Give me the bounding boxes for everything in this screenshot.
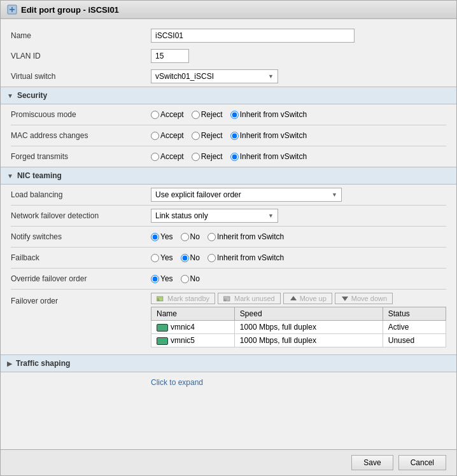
failback-no-radio[interactable] [181, 254, 189, 262]
mac-inherit-label[interactable]: Inherit from vSwitch [230, 131, 307, 140]
forged-reject-label[interactable]: Reject [192, 152, 223, 161]
name-label: Name [11, 31, 151, 40]
vswitch-row: Virtual switch vSwitch01_iSCSI [1, 66, 456, 87]
click-to-expand-link[interactable]: Click to expand [151, 378, 203, 387]
table-row[interactable]: vmnic5 1000 Mbps, full duplex Unused [151, 334, 446, 347]
security-section-header[interactable]: ▼ Security [1, 87, 456, 104]
failover-order-row: Failover order S Mark standby U [1, 290, 456, 351]
notify-no-label[interactable]: No [181, 232, 200, 241]
vswitch-label: Virtual switch [11, 72, 151, 81]
move-up-icon [289, 295, 298, 302]
override-failover-label: Override failover order [11, 274, 151, 283]
mac-inherit-radio[interactable] [230, 132, 239, 140]
vmnic5-name-cell: vmnic5 [151, 334, 235, 347]
name-input[interactable] [151, 29, 355, 43]
forged-reject-radio[interactable] [192, 153, 200, 161]
notify-switches-label: Notify switches [11, 232, 151, 241]
forged-controls: Accept Reject Inherit from vSwitch [151, 152, 446, 161]
nic-teaming-section-header[interactable]: ▼ NIC teaming [1, 167, 456, 185]
notify-yes-label[interactable]: Yes [151, 232, 173, 241]
override-yes-radio[interactable] [151, 275, 159, 283]
forged-accept-radio[interactable] [151, 153, 159, 161]
vmnic5-status-cell: Unused [383, 334, 446, 347]
override-failover-row: Override failover order Yes No [1, 269, 456, 289]
vmnic5-speed-cell: 1000 Mbps, full duplex [234, 334, 383, 347]
mac-reject-label[interactable]: Reject [192, 131, 223, 140]
vlan-input[interactable] [151, 49, 189, 63]
traffic-shaping-control: Click to expand [151, 378, 446, 387]
vmnic4-status-cell: Active [383, 321, 446, 334]
override-failover-controls: Yes No [151, 274, 446, 283]
save-button[interactable]: Save [351, 455, 393, 470]
vmnic4-name-cell: vmnic4 [151, 321, 235, 334]
failback-inherit-radio[interactable] [207, 254, 216, 262]
move-down-button[interactable]: Move down [335, 293, 393, 304]
mac-reject-radio[interactable] [192, 132, 200, 140]
forged-inherit-label[interactable]: Inherit from vSwitch [230, 152, 307, 161]
promiscuous-inherit-radio[interactable] [230, 111, 239, 119]
network-failover-select-wrapper: Link status only [151, 209, 278, 223]
mac-row: MAC address changes Accept Reject Inheri… [1, 125, 456, 146]
vlan-row: VLAN ID [1, 46, 456, 66]
mark-unused-icon: U [223, 295, 232, 302]
promiscuous-label: Promiscuous mode [11, 110, 151, 119]
failover-table: Name Speed Status vmnic4 1000 Mbps, full… [151, 307, 446, 347]
vswitch-select-wrapper: vSwitch01_iSCSI [151, 69, 278, 83]
promiscuous-accept-label[interactable]: Accept [151, 110, 184, 119]
vmnic4-speed-cell: 1000 Mbps, full duplex [234, 321, 383, 334]
mark-standby-button[interactable]: S Mark standby [151, 293, 215, 304]
nic-teaming-header-label: NIC teaming [17, 171, 62, 180]
dialog-footer: Save Cancel [1, 449, 456, 475]
promiscuous-inherit-label[interactable]: Inherit from vSwitch [230, 110, 307, 119]
forged-row: Forged transmits Accept Reject Inherit f… [1, 146, 456, 167]
col-speed: Speed [234, 307, 383, 321]
forged-label: Forged transmits [11, 152, 151, 161]
mac-label: MAC address changes [11, 131, 151, 140]
promiscuous-reject-label[interactable]: Reject [192, 110, 223, 119]
traffic-shaping-arrow-icon: ▶ [7, 360, 12, 367]
failback-label: Failback [11, 253, 151, 262]
vswitch-control: vSwitch01_iSCSI [151, 69, 446, 83]
failback-yes-label[interactable]: Yes [151, 253, 173, 262]
svg-marker-8 [342, 297, 348, 301]
notify-inherit-label[interactable]: Inherit from vSwitch [207, 232, 284, 241]
promiscuous-accept-radio[interactable] [151, 111, 159, 119]
override-yes-label[interactable]: Yes [151, 274, 173, 283]
form-content: Name VLAN ID Virtual switch vSwitch01_iS… [1, 19, 456, 449]
failback-yes-radio[interactable] [151, 254, 159, 262]
edit-icon [7, 4, 17, 15]
move-down-icon [341, 295, 349, 302]
failback-inherit-label[interactable]: Inherit from vSwitch [207, 253, 284, 262]
override-no-label[interactable]: No [181, 274, 200, 283]
security-header-label: Security [17, 91, 47, 100]
promiscuous-reject-radio[interactable] [192, 111, 200, 119]
notify-yes-radio[interactable] [151, 233, 159, 241]
move-up-button[interactable]: Move up [283, 293, 332, 304]
vlan-control [151, 49, 446, 63]
load-balancing-select[interactable]: Use explicit failover order [151, 188, 342, 202]
mac-accept-radio[interactable] [151, 132, 159, 140]
notify-inherit-radio[interactable] [207, 233, 216, 241]
network-failover-row: Network failover detection Link status o… [1, 206, 456, 226]
network-failover-select[interactable]: Link status only [151, 209, 278, 223]
edit-port-group-dialog: Edit port group - iSCSI01 Name VLAN ID V… [0, 0, 457, 476]
table-row[interactable]: vmnic4 1000 Mbps, full duplex Active [151, 321, 446, 334]
cancel-button[interactable]: Cancel [398, 455, 446, 470]
forged-accept-label[interactable]: Accept [151, 152, 184, 161]
promiscuous-controls: Accept Reject Inherit from vSwitch [151, 110, 446, 119]
override-no-radio[interactable] [181, 275, 189, 283]
failback-no-label[interactable]: No [181, 253, 200, 262]
mac-accept-label[interactable]: Accept [151, 131, 184, 140]
vmnic5-icon [157, 337, 168, 345]
mark-unused-button[interactable]: U Mark unused [218, 293, 281, 304]
failback-row: Failback Yes No Inherit from vSwitch [1, 248, 456, 268]
traffic-shaping-section-header[interactable]: ▶ Traffic shaping [1, 354, 456, 372]
name-row: Name [1, 25, 456, 46]
col-status: Status [383, 307, 446, 321]
notify-no-radio[interactable] [181, 233, 189, 241]
title-bar: Edit port group - iSCSI01 [1, 1, 456, 19]
forged-inherit-radio[interactable] [230, 153, 239, 161]
vswitch-select[interactable]: vSwitch01_iSCSI [151, 69, 278, 83]
mark-standby-icon: S [157, 295, 165, 302]
notify-switches-controls: Yes No Inherit from vSwitch [151, 232, 446, 241]
